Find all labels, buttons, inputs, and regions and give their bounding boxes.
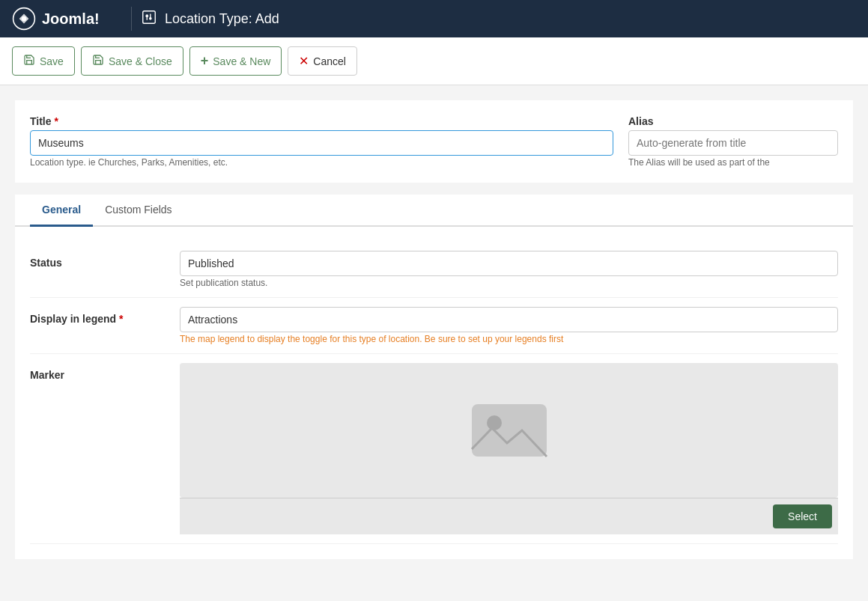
save-close-label: Save & Close [109,55,172,67]
title-required: * [54,115,58,127]
marker-placeholder [180,363,838,498]
legend-value-col: Attractions The map legend to display th… [180,307,838,344]
save-close-button[interactable]: Save & Close [81,46,183,76]
marker-label: Marker [30,363,180,381]
svg-point-6 [487,415,502,430]
content-area: Title * Location type. ie Churches, Park… [0,85,868,601]
general-form-table: Status Published Unpublished Set publica… [30,242,838,544]
page-title-bar: Location Type: Add [141,9,279,29]
legend-select[interactable]: Attractions [180,307,838,332]
svg-rect-5 [472,404,547,457]
page-title: Location Type: Add [165,11,279,27]
marker-select-button[interactable]: Select [773,504,832,528]
tabs-bar: General Custom Fields [15,195,853,227]
alias-input[interactable] [628,130,838,156]
title-input[interactable] [30,130,613,156]
cancel-label: Cancel [313,55,346,67]
save-label: Save [40,55,64,67]
form-top-section: Title * Location type. ie Churches, Park… [15,100,853,183]
title-hint: Location type. ie Churches, Parks, Ameni… [30,157,613,168]
location-type-icon [141,9,157,29]
legend-label: Display in legend * [30,307,180,325]
legend-row: Display in legend * Attractions The map … [30,298,838,354]
title-alias-row: Title * Location type. ie Churches, Park… [30,115,838,168]
status-hint: Set publication status. [180,278,838,288]
joomla-logo: Joomla! [12,7,132,31]
save-new-button[interactable]: + Save & New [189,46,282,76]
alias-column: Alias The Alias will be used as part of … [628,115,838,168]
marker-image-icon [468,397,550,464]
legend-hint: The map legend to display the toggle for… [180,334,838,344]
legend-required: * [119,313,123,325]
marker-value-col: Select [180,363,838,534]
title-label: Title * [30,115,613,127]
app-name: Joomla! [42,10,100,28]
tab-general[interactable]: General [30,195,93,227]
status-row: Status Published Unpublished Set publica… [30,242,838,298]
status-label: Status [30,251,180,269]
alias-label: Alias [628,115,838,127]
save-button[interactable]: Save [12,46,75,76]
marker-row: Marker Select [30,354,838,544]
tab-custom-fields[interactable]: Custom Fields [93,195,183,227]
svg-rect-2 [143,10,156,23]
cancel-icon: ✕ [299,54,309,68]
status-value-col: Published Unpublished Set publication st… [180,251,838,288]
toolbar: Save Save & Close + Save & New ✕ Cancel [0,37,868,85]
marker-select-footer: Select [180,498,838,534]
svg-point-4 [149,17,152,20]
save-new-label: Save & New [213,55,270,67]
svg-point-1 [22,16,26,21]
save-icon [23,54,35,69]
joomla-logo-icon [12,7,36,31]
top-bar: Joomla! Location Type: Add [0,0,868,37]
save-close-icon [92,54,104,69]
title-column: Title * Location type. ie Churches, Park… [30,115,613,168]
alias-hint: The Alias will be used as part of the [628,157,838,168]
cancel-button[interactable]: ✕ Cancel [288,46,357,76]
tab-content-general: Status Published Unpublished Set publica… [15,227,853,559]
save-new-icon: + [201,53,209,69]
status-select[interactable]: Published Unpublished [180,251,838,276]
